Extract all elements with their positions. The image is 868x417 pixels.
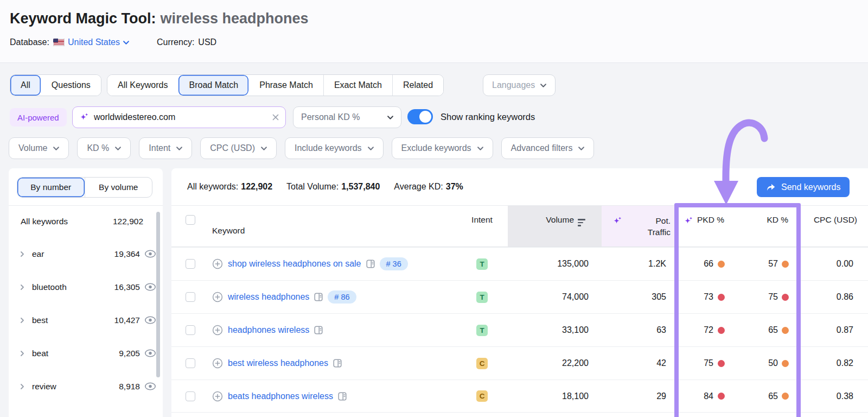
- tab-broad-match[interactable]: Broad Match: [178, 75, 248, 96]
- cpc-value: 0.38: [799, 391, 868, 401]
- sidebar-group-bluetooth[interactable]: bluetooth 16,305: [9, 270, 163, 304]
- volume-filter[interactable]: Volume: [9, 137, 69, 159]
- tab-related[interactable]: Related: [392, 75, 443, 96]
- header-pkd[interactable]: PKD %: [676, 206, 738, 247]
- include-keywords-filter[interactable]: Include keywords: [285, 137, 384, 159]
- header-keyword[interactable]: Keyword: [209, 206, 456, 247]
- group-label: beat: [32, 349, 48, 358]
- search-input[interactable]: [94, 112, 267, 122]
- tab-questions[interactable]: Questions: [41, 75, 101, 96]
- row-checkbox[interactable]: [186, 358, 195, 368]
- page-title-main: Keyword Magic Tool:: [10, 10, 156, 27]
- exclude-keywords-filter[interactable]: Exclude keywords: [392, 137, 493, 159]
- tab-by-volume[interactable]: By volume: [85, 178, 152, 197]
- database-selector[interactable]: United States: [53, 37, 129, 47]
- sidebar-group-review[interactable]: review 8,918: [9, 370, 163, 403]
- ranking-position-badge[interactable]: # 86: [328, 290, 356, 304]
- sidebar-sort-tabs: By number By volume: [17, 177, 152, 198]
- sidebar-group-list: ear 19,364 bluetooth 16,305 best 10,427 …: [9, 237, 163, 403]
- show-ranking-keywords-toggle[interactable]: [407, 109, 433, 124]
- header-volume[interactable]: Volume: [508, 206, 602, 247]
- eye-icon[interactable]: [144, 250, 156, 258]
- kd-difficulty-dot: [782, 327, 789, 334]
- group-label: ear: [32, 249, 44, 259]
- tab-by-number[interactable]: By number: [17, 178, 85, 197]
- plus-circle-icon[interactable]: [212, 258, 223, 269]
- all-keywords-label: All keywords: [21, 217, 68, 226]
- row-checkbox[interactable]: [186, 292, 195, 302]
- chevron-down-icon: [53, 147, 59, 150]
- currency-value: USD: [198, 37, 216, 47]
- keyword-link[interactable]: best wireless headphones: [228, 358, 328, 368]
- sidebar-group-beat[interactable]: beat 9,205: [9, 337, 163, 370]
- cpc-value: 0.86: [799, 292, 868, 302]
- row-checkbox[interactable]: [186, 259, 195, 269]
- plus-circle-icon[interactable]: [212, 325, 223, 336]
- intent-badge[interactable]: T: [476, 325, 488, 336]
- page-title-query: wireless headphones: [161, 10, 309, 27]
- kd-value: 50: [768, 358, 778, 368]
- eye-icon[interactable]: [144, 382, 156, 390]
- ai-powered-badge: AI-powered: [10, 108, 67, 127]
- row-checkbox[interactable]: [186, 325, 195, 335]
- close-icon[interactable]: [272, 114, 279, 121]
- cpc-value: 0.82: [799, 358, 868, 368]
- sidebar-group-ear[interactable]: ear 19,364: [9, 237, 163, 270]
- pot-traffic-value: 29: [602, 391, 676, 401]
- ranking-position-badge[interactable]: # 36: [380, 257, 408, 270]
- row-checkbox[interactable]: [186, 391, 195, 401]
- summary-average-kd: Average KD:37%: [394, 182, 463, 192]
- advanced-filters[interactable]: Advanced filters: [501, 137, 595, 159]
- intent-badge[interactable]: T: [476, 258, 488, 270]
- tab-exact-match[interactable]: Exact Match: [323, 75, 392, 96]
- languages-dropdown[interactable]: Languages: [483, 74, 556, 96]
- keyword-link[interactable]: wireless headphones: [228, 292, 309, 302]
- cpc-filter[interactable]: CPC (USD): [200, 137, 277, 159]
- tab-all-keywords[interactable]: All Keywords: [107, 75, 178, 96]
- serp-features-icon[interactable]: [333, 359, 342, 368]
- sidebar-group-best[interactable]: best 10,427: [9, 304, 163, 337]
- tab-all[interactable]: All: [10, 75, 41, 96]
- database-row: Database: United States Currency: USD: [10, 37, 216, 47]
- intent-badge[interactable]: C: [476, 358, 488, 369]
- chevron-right-icon: [21, 384, 24, 389]
- kd-value: 57: [768, 259, 778, 269]
- header-kd[interactable]: KD %: [738, 206, 799, 247]
- kd-filter[interactable]: KD %: [77, 137, 131, 159]
- sidebar-scrollbar[interactable]: [156, 212, 160, 377]
- serp-features-icon[interactable]: [314, 326, 323, 334]
- send-keywords-label: Send keywords: [781, 182, 840, 192]
- question-tabs-group: All Questions: [10, 74, 101, 96]
- header-intent[interactable]: Intent: [456, 206, 508, 247]
- keyword-link[interactable]: beats headphones wireless: [228, 391, 333, 401]
- send-keywords-button[interactable]: Send keywords: [757, 177, 850, 197]
- serp-features-icon[interactable]: [314, 293, 323, 301]
- plus-circle-icon[interactable]: [212, 292, 223, 302]
- keyword-link[interactable]: shop wireless headphones on sale: [228, 259, 361, 269]
- serp-features-icon[interactable]: [366, 260, 375, 268]
- personal-kd-dropdown[interactable]: Personal KD %: [293, 106, 401, 128]
- kd-value: 65: [768, 325, 778, 335]
- plus-circle-icon[interactable]: [212, 391, 223, 402]
- header-pot-traffic[interactable]: Pot.Traffic: [602, 206, 676, 247]
- chevron-down-icon: [261, 147, 267, 150]
- eye-icon[interactable]: [144, 283, 156, 291]
- eye-icon[interactable]: [144, 316, 156, 324]
- intent-badge[interactable]: T: [476, 292, 488, 303]
- keywords-table: Keyword Intent Volume Pot.Traffic PKD % …: [171, 205, 868, 413]
- sidebar-all-keywords-row[interactable]: All keywords 122,902: [9, 205, 163, 237]
- keyword-link[interactable]: headphones wireless: [228, 325, 309, 335]
- intent-badge[interactable]: C: [476, 390, 488, 402]
- chevron-down-icon: [115, 147, 121, 150]
- summary-total-volume: Total Volume:1,537,840: [286, 182, 380, 192]
- tab-phrase-match[interactable]: Phrase Match: [248, 75, 323, 96]
- plus-circle-icon[interactable]: [212, 358, 223, 369]
- select-all-checkbox[interactable]: [186, 215, 195, 225]
- database-value: United States: [68, 37, 120, 47]
- header-cpc[interactable]: CPC (USD): [799, 206, 868, 247]
- eye-icon[interactable]: [144, 349, 156, 357]
- intent-filter[interactable]: Intent: [139, 137, 192, 159]
- serp-features-icon[interactable]: [338, 392, 347, 401]
- ai-sparkle-icon: [79, 113, 89, 122]
- group-count: 19,364: [114, 249, 140, 259]
